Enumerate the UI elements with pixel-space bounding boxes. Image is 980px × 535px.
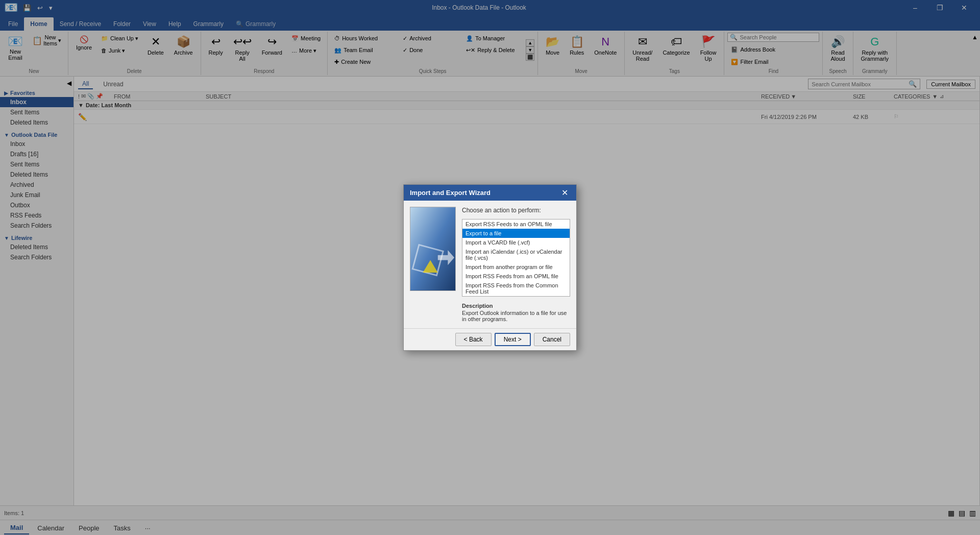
dialog-title-bar: Import and Export Wizard ✕ [404, 185, 576, 201]
list-item-export-file[interactable]: Export to a file [462, 229, 570, 238]
list-item-import-rss-common[interactable]: Import RSS Feeds from the Common Feed Li… [462, 281, 570, 296]
cancel-button[interactable]: Cancel [534, 333, 570, 346]
description-label: Description [462, 303, 570, 309]
dialog-instruction: Choose an action to perform: [462, 207, 570, 214]
dialog-overlay: Import and Export Wizard ✕ [0, 0, 980, 535]
dialog-image-svg [410, 207, 455, 291]
next-button[interactable]: Next > [495, 333, 531, 346]
back-button[interactable]: < Back [455, 333, 492, 346]
list-item-import-ical[interactable]: Import an iCalendar (.ics) or vCalendar … [462, 247, 570, 262]
import-export-wizard-dialog: Import and Export Wizard ✕ [403, 184, 577, 351]
list-item-import-rss-opml[interactable]: Import RSS Feeds from an OPML file [462, 272, 570, 281]
description-text: Export Outlook information to a file for… [462, 310, 570, 322]
dialog-footer: < Back Next > Cancel [404, 328, 576, 350]
dialog-wizard-image [410, 207, 456, 291]
list-item-import-program[interactable]: Import from another program or file [462, 262, 570, 272]
dialog-close-button[interactable]: ✕ [559, 188, 570, 198]
dialog-action-list[interactable]: Export RSS Feeds to an OPML file Export … [462, 219, 570, 297]
dialog-body: Choose an action to perform: Export RSS … [404, 201, 576, 328]
dialog-right-panel: Choose an action to perform: Export RSS … [462, 207, 570, 322]
list-item-export-rss[interactable]: Export RSS Feeds to an OPML file [462, 220, 570, 229]
list-item-import-vcard[interactable]: Import a VCARD file (.vcf) [462, 238, 570, 247]
dialog-title: Import and Export Wizard [410, 189, 491, 197]
dialog-description-area: Description Export Outlook information t… [462, 303, 570, 322]
